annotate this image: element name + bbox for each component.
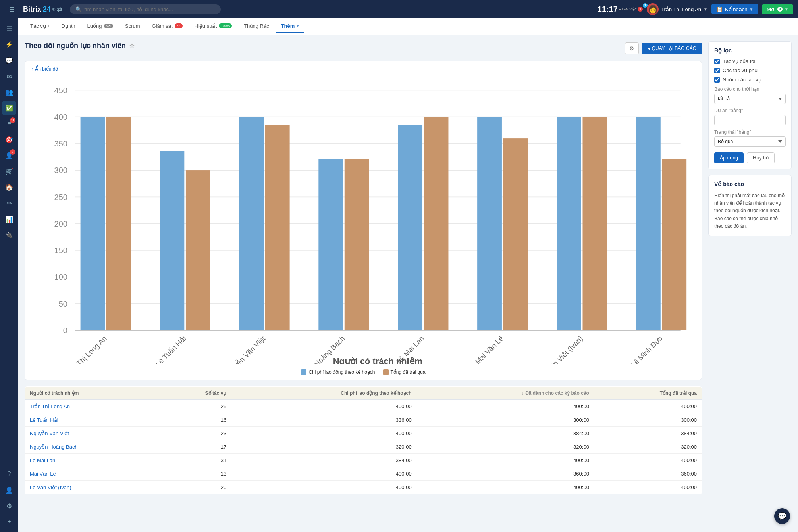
- row-name-link[interactable]: Lê Văn Việt (Ivan): [30, 484, 71, 490]
- menu-icon[interactable]: ☰: [5, 2, 19, 16]
- sidebar-item-profile[interactable]: 👤: [2, 483, 16, 497]
- sidebar-item-hr[interactable]: 👤 4: [2, 148, 16, 163]
- row-name-link[interactable]: Mai Văn Lê: [30, 471, 56, 477]
- filter-title: Bộ lọc: [714, 47, 786, 54]
- cell-tasks: 16: [160, 413, 231, 426]
- svg-text:200: 200: [54, 219, 67, 228]
- filter-group-tasks-checkbox[interactable]: [714, 77, 720, 83]
- table-row: Trần Thị Long An 25 400:00 400:00 400:00: [25, 399, 702, 413]
- sidebar-item-help[interactable]: ?: [2, 467, 16, 481]
- svg-rect-42: [662, 159, 686, 330]
- sidebar-item-email[interactable]: ✉: [2, 69, 16, 83]
- settings-button[interactable]: ⚙: [625, 42, 639, 54]
- sidebar: ☰ ⚡ 💬 ✉ 👥 ✅ ≡ 11 🎯 👤 4 🛒 🏠 ✏ 📊 🔌 ? 👤 ⚙ +: [0, 18, 18, 532]
- chart-toggle[interactable]: ↑ Ẩn biểu đồ: [31, 66, 695, 72]
- sidebar-item-activity[interactable]: ⚡: [2, 37, 16, 52]
- cell-tasks: 20: [160, 480, 231, 494]
- col-header-actual: Tổng đã trải qua: [594, 386, 702, 399]
- new-chevron-icon: ▼: [785, 7, 788, 12]
- svg-rect-20: [81, 117, 105, 330]
- cell-name: Trần Thị Long An: [25, 399, 160, 413]
- tab-tasks[interactable]: Tác vụ ›: [25, 20, 55, 33]
- cell-period: 300:00: [416, 413, 594, 426]
- row-name-link[interactable]: Nguyễn Văn Việt: [30, 430, 69, 436]
- bar-group-5: Mai Văn Lê: [474, 117, 528, 364]
- row-name-link[interactable]: Trần Thị Long An: [30, 403, 70, 409]
- avatar: 👩: [647, 3, 659, 15]
- apply-button[interactable]: Áp dụng: [714, 152, 744, 163]
- sidebar-item-goals[interactable]: 🎯: [2, 133, 16, 147]
- filter-my-tasks-checkbox[interactable]: [714, 59, 720, 64]
- sidebar-item-chat[interactable]: 💬: [2, 53, 16, 67]
- tab-them[interactable]: Thêm ▾: [276, 20, 305, 33]
- tab-thung-rac[interactable]: Thùng Rác: [238, 20, 275, 33]
- search-input[interactable]: [84, 6, 215, 12]
- cell-actual: 400:00: [594, 399, 702, 413]
- tab-giam-sat[interactable]: Giám sát 62: [146, 20, 188, 33]
- cell-planned: 400:00: [231, 426, 416, 440]
- svg-rect-30: [345, 159, 369, 330]
- plan-button[interactable]: 📋 Kế hoạch ▼: [711, 4, 758, 14]
- col-header-name: Người có trách nhiệm: [25, 386, 160, 399]
- col-header-period: ↓ Đã dành cho các kỳ báo cáo: [416, 386, 594, 399]
- table-row: Nguyễn Hoàng Bách 17 320:00 320:00 320:0…: [25, 440, 702, 453]
- row-name-link[interactable]: Nguyễn Hoàng Bách: [30, 444, 78, 450]
- tab-hieu-suat[interactable]: Hiệu suất 100%: [189, 20, 238, 33]
- giam-sat-badge: 62: [175, 23, 183, 28]
- bar-group-1: Lê Tuấn Hải: [154, 151, 210, 364]
- bar-group-2: Nguyễn Văn Việt: [223, 117, 290, 364]
- cell-tasks: 23: [160, 426, 231, 440]
- sidebar-item-home[interactable]: 🏠: [2, 180, 16, 194]
- about-title: Về báo cáo: [714, 181, 786, 187]
- bar-chart: 450 400 350 300 250 200 150 100: [31, 76, 695, 364]
- sidebar-item-shop[interactable]: 🛒: [2, 164, 16, 179]
- tab-luong[interactable]: Luồng Mới: [82, 20, 119, 33]
- table-row: Lê Văn Việt (Ivan) 20 400:00 400:00 400:…: [25, 480, 702, 494]
- sidebar-item-list[interactable]: ≡ 11: [2, 117, 16, 131]
- cell-actual: 400:00: [594, 480, 702, 494]
- cell-actual: 300:00: [594, 413, 702, 426]
- cancel-button[interactable]: Hủy bỏ: [747, 152, 775, 163]
- sidebar-item-menu[interactable]: ☰: [2, 21, 16, 36]
- cell-planned: 400:00: [231, 467, 416, 480]
- filter-status-select[interactable]: Bỏ qua: [714, 136, 786, 147]
- sidebar-item-chart[interactable]: 📊: [2, 212, 16, 226]
- cell-period: 400:00: [416, 399, 594, 413]
- them-chevron-icon: ▾: [297, 24, 299, 28]
- cell-tasks: 31: [160, 453, 231, 467]
- sidebar-item-add[interactable]: +: [2, 515, 16, 529]
- filter-project-input[interactable]: [714, 115, 786, 125]
- cell-planned: 400:00: [231, 480, 416, 494]
- sidebar-item-edit[interactable]: ✏: [2, 196, 16, 210]
- right-panel: Bộ lọc Tác vụ của tôi Các tác vụ phụ Nhó…: [708, 41, 792, 526]
- plan-icon: 📋: [716, 6, 723, 12]
- tab-projects[interactable]: Dự án: [56, 20, 81, 33]
- sidebar-item-settings[interactable]: ⚙: [2, 499, 16, 513]
- filter-sub-tasks-checkbox[interactable]: [714, 68, 720, 73]
- svg-text:150: 150: [54, 246, 67, 255]
- cell-name: Lê Tuấn Hải: [25, 413, 160, 426]
- svg-rect-36: [503, 138, 528, 330]
- page-title: Theo dõi nguồn lực nhân viên ☆: [25, 41, 135, 50]
- sidebar-item-tasks[interactable]: ✅: [2, 101, 16, 115]
- luong-badge: Mới: [104, 24, 113, 28]
- user-menu[interactable]: 👩 Trần Thị Long An ▼: [647, 3, 707, 15]
- svg-rect-32: [398, 125, 422, 330]
- sidebar-item-plugin[interactable]: 🔌: [2, 228, 16, 242]
- cell-tasks: 25: [160, 399, 231, 413]
- svg-rect-35: [477, 117, 502, 330]
- new-button[interactable]: Mới 4 ▼: [762, 4, 793, 14]
- chat-fab[interactable]: 💬: [774, 508, 790, 524]
- search-icon: 🔍: [75, 6, 82, 12]
- row-name-link[interactable]: Lê Tuấn Hải: [30, 417, 58, 423]
- search-bar[interactable]: 🔍: [70, 4, 221, 14]
- back-report-button[interactable]: ◂ QUAY LẠI BÁO CÁO: [642, 43, 702, 54]
- sidebar-item-people[interactable]: 👥: [2, 85, 16, 99]
- star-icon[interactable]: ☆: [129, 42, 135, 50]
- tab-scrum[interactable]: Scrum: [120, 20, 146, 33]
- filter-time-select[interactable]: tất cả: [714, 94, 786, 104]
- cell-name: Nguyễn Hoàng Bách: [25, 440, 160, 453]
- row-name-link[interactable]: Lê Mai Lan: [30, 457, 55, 463]
- chart-legend: Chi phí lao động theo kế hoạch Tổng đã t…: [31, 369, 695, 375]
- svg-rect-27: [265, 125, 290, 330]
